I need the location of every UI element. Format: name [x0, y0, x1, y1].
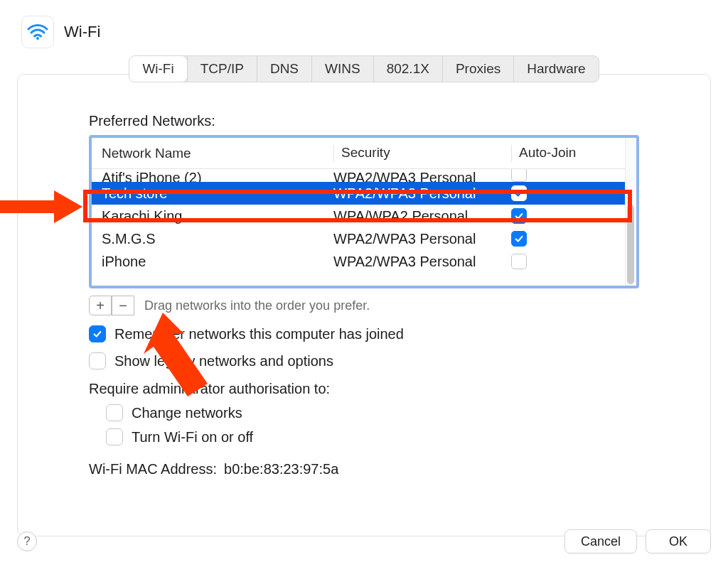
- tab-dns[interactable]: DNS: [257, 56, 311, 82]
- auto-join-cell: [511, 254, 598, 269]
- table-row[interactable]: Atif's iPhone (2)WPA2/WPA3 Personal: [92, 169, 636, 182]
- auto-join-checkbox[interactable]: [511, 231, 527, 247]
- security-cell: WPA2/WPA3 Personal: [333, 254, 511, 270]
- mac-address-label: Wi-Fi MAC Address:: [89, 461, 217, 477]
- auto-join-cell: [511, 169, 598, 182]
- wifi-icon: [21, 16, 54, 48]
- add-network-button[interactable]: +: [89, 296, 112, 315]
- network-name-cell: Tech store: [92, 185, 333, 202]
- auto-join-cell: [511, 208, 598, 224]
- security-cell: WPA/WPA2 Personal: [333, 208, 511, 225]
- legacy-label: Show legacy networks and options: [114, 353, 333, 369]
- preferred-networks-label: Preferred Networks:: [89, 113, 639, 129]
- remember-label: Remember networks this computer has join…: [114, 326, 404, 342]
- require-change-networks-checkbox[interactable]: [106, 404, 123, 421]
- auto-join-cell: [511, 185, 598, 201]
- drag-hint: Drag networks into the order you prefer.: [144, 298, 370, 313]
- mac-address-value: b0:be:83:23:97:5a: [224, 461, 338, 477]
- network-name-cell: S.M.G.S: [92, 231, 333, 247]
- table-row[interactable]: Karachi KingWPA/WPA2 Personal: [92, 205, 636, 227]
- tab-wifi[interactable]: Wi-Fi: [129, 55, 187, 82]
- table-row[interactable]: Tech storeWPA2/WPA3 Personal: [92, 182, 636, 205]
- preferred-networks-table[interactable]: Network Name Security Auto-Join Atif's i…: [89, 135, 639, 288]
- require-change-networks-label: Change networks: [132, 405, 242, 421]
- svg-point-0: [36, 37, 39, 40]
- network-name-cell: Karachi King: [92, 208, 333, 225]
- auto-join-checkbox[interactable]: [511, 185, 527, 201]
- require-admin-label: Require administrator authorisation to:: [89, 381, 639, 397]
- column-auto-join[interactable]: Auto-Join: [511, 145, 598, 162]
- network-name-cell: Atif's iPhone (2): [92, 170, 333, 182]
- network-name-cell: iPhone: [92, 254, 333, 270]
- security-cell: WPA2/WPA3 Personal: [333, 231, 511, 247]
- auto-join-checkbox[interactable]: [511, 254, 527, 269]
- tab-tcpip[interactable]: TCP/IP: [187, 56, 257, 82]
- security-cell: WPA2/WPA3 Personal: [333, 185, 511, 202]
- tab-8021x[interactable]: 802.1X: [373, 56, 442, 82]
- table-row[interactable]: iPhoneWPA2/WPA3 Personal: [92, 250, 636, 273]
- remember-checkbox[interactable]: [89, 325, 106, 342]
- legacy-checkbox[interactable]: [89, 352, 106, 369]
- tab-proxies[interactable]: Proxies: [442, 56, 513, 82]
- auto-join-cell: [511, 231, 598, 247]
- table-row[interactable]: S.M.G.SWPA2/WPA3 Personal: [92, 227, 636, 250]
- column-security[interactable]: Security: [333, 145, 511, 162]
- column-network-name[interactable]: Network Name: [92, 146, 333, 161]
- scroll-thumb[interactable]: [627, 205, 634, 284]
- cancel-button[interactable]: Cancel: [564, 529, 637, 553]
- auto-join-checkbox[interactable]: [511, 169, 527, 182]
- require-turn-wifi-checkbox[interactable]: [106, 428, 123, 445]
- tab-bar: Wi-Fi TCP/IP DNS WINS 802.1X Proxies Har…: [129, 55, 599, 82]
- ok-button[interactable]: OK: [646, 529, 711, 553]
- settings-panel: Preferred Networks: Network Name Securit…: [17, 74, 711, 536]
- remove-network-button[interactable]: −: [112, 296, 134, 315]
- tab-wins[interactable]: WINS: [311, 56, 373, 82]
- table-scrollbar[interactable]: [625, 138, 636, 286]
- security-cell: WPA2/WPA3 Personal: [333, 170, 511, 182]
- tab-hardware[interactable]: Hardware: [513, 56, 598, 82]
- auto-join-checkbox[interactable]: [511, 208, 527, 224]
- page-title: Wi-Fi: [64, 23, 100, 41]
- help-button[interactable]: ?: [17, 531, 37, 551]
- require-turn-wifi-label: Turn Wi-Fi on or off: [132, 429, 253, 445]
